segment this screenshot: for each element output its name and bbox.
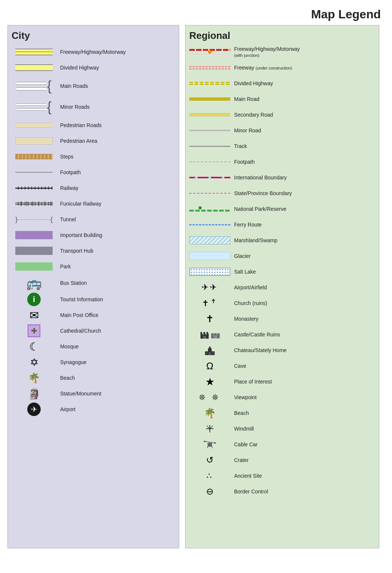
svg-rect-12 bbox=[214, 336, 217, 338]
transport-hub-label: Transport Hub bbox=[60, 248, 175, 254]
main-roads-symbol: { bbox=[12, 78, 56, 94]
list-item: ✈✈ Airport/Airfield bbox=[189, 281, 375, 294]
minor-roads-symbol: { bbox=[12, 99, 56, 115]
list-item: ↺ Crater bbox=[189, 453, 375, 467]
list-item: Footpath bbox=[189, 155, 375, 169]
reg-salt-lake-label: Salt Lake bbox=[234, 269, 375, 275]
transport-hub-symbol bbox=[12, 247, 56, 255]
reg-minor-road-symbol bbox=[189, 130, 230, 131]
svg-rect-4 bbox=[200, 332, 202, 334]
reg-poi-label: Place of Interest bbox=[234, 379, 375, 385]
svg-rect-17 bbox=[206, 352, 207, 354]
main-columns: City Freeway/Highway/Motorway Divided Hi… bbox=[7, 25, 385, 548]
list-item: National Park/Reserve bbox=[189, 202, 375, 216]
list-item: Freeway/Highway/Motorway bbox=[12, 45, 175, 59]
chateau-icon bbox=[204, 345, 215, 356]
railway-symbol bbox=[12, 186, 56, 190]
regional-section-title: Regional bbox=[189, 30, 375, 41]
reg-intl-boundary-symbol bbox=[189, 176, 230, 179]
reg-main-road-symbol bbox=[189, 98, 230, 101]
reg-track-label: Track bbox=[234, 143, 375, 149]
list-item: Divided Highway bbox=[189, 77, 375, 90]
beach-symbol: 🌴 bbox=[12, 372, 56, 384]
reg-monastery-label: Monastery bbox=[234, 316, 375, 322]
list-item: Divided Highway bbox=[12, 61, 175, 74]
reg-ferry-label: Ferry Route bbox=[234, 222, 375, 228]
reg-cable-car-symbol bbox=[189, 438, 230, 450]
cathedral-symbol: ✚ bbox=[12, 324, 56, 337]
beach-label: Beach bbox=[60, 375, 175, 381]
reg-crater-label: Crater bbox=[234, 457, 375, 463]
reg-salt-lake-symbol bbox=[189, 268, 230, 276]
steps-symbol bbox=[12, 154, 56, 159]
tourist-info-symbol: i bbox=[12, 293, 56, 306]
svg-rect-9 bbox=[211, 333, 214, 336]
ped-area-symbol bbox=[12, 137, 56, 145]
city-column: City Freeway/Highway/Motorway Divided Hi… bbox=[7, 25, 179, 548]
list-item: i Tourist Information bbox=[12, 293, 175, 306]
crescent-icon: ☾ bbox=[29, 340, 39, 353]
reg-border-symbol: ⊖ bbox=[189, 486, 230, 497]
reg-castle-symbol bbox=[189, 330, 230, 339]
statue-symbol: 🗿 bbox=[12, 388, 56, 400]
reg-church-symbol: ✝✝ bbox=[189, 298, 230, 308]
reg-glacier-label: Glacier bbox=[234, 253, 375, 259]
castle-icons bbox=[200, 330, 220, 339]
list-item: Park bbox=[12, 260, 175, 273]
list-item: Glacier bbox=[189, 249, 375, 263]
svg-point-32 bbox=[214, 442, 216, 444]
list-item: ∴ Ancient Site bbox=[189, 469, 375, 483]
beach-icon: 🌴 bbox=[28, 372, 40, 384]
svg-rect-14 bbox=[208, 349, 212, 352]
list-item: Freeway (under construction) bbox=[189, 61, 375, 74]
windmill-icon bbox=[205, 423, 215, 434]
footpath-label: Footpath bbox=[60, 169, 175, 175]
reg-freeway-label: Freeway/Highway/Motorway (with junction) bbox=[234, 46, 375, 58]
list-item: Track bbox=[189, 139, 375, 153]
reg-viewpoint-label: Viewpoint bbox=[234, 394, 375, 400]
reg-marshland-label: Marshland/Swamp bbox=[234, 237, 375, 243]
synagogue-symbol: ✡ bbox=[12, 356, 56, 369]
list-item: Secondary Road bbox=[189, 108, 375, 121]
reg-secondary-label: Secondary Road bbox=[234, 112, 375, 118]
reg-windmill-label: Windmill bbox=[234, 426, 375, 432]
list-item: Pedestrian Roads bbox=[12, 118, 175, 132]
list-item: Funicular Railway bbox=[12, 197, 175, 210]
freeway-label: Freeway/Highway/Motorway bbox=[60, 49, 175, 55]
airport-label: Airport bbox=[60, 406, 175, 412]
header: Map Legend bbox=[7, 7, 385, 21]
reg-marshland-symbol bbox=[189, 236, 230, 244]
list-item: ✉ Main Post Office bbox=[12, 308, 175, 322]
regional-column: Regional Freeway/Highway/Motorway (with … bbox=[185, 25, 379, 548]
omega-icon: Ω bbox=[206, 360, 213, 372]
reg-national-park-label: National Park/Reserve bbox=[234, 206, 375, 212]
reg-freeway-symbol bbox=[189, 47, 230, 56]
cathedral-label: Cathedral/Church bbox=[60, 328, 175, 334]
list-item: Freeway/Highway/Motorway (with junction) bbox=[189, 45, 375, 59]
reg-footpath-label: Footpath bbox=[234, 159, 375, 165]
funicular-symbol bbox=[12, 201, 56, 206]
list-item: Important Building bbox=[12, 228, 175, 242]
reg-ferry-symbol bbox=[189, 224, 230, 225]
park-symbol bbox=[12, 262, 56, 271]
railway-label: Railway bbox=[60, 185, 175, 191]
list-item: Salt Lake bbox=[189, 265, 375, 278]
reg-beach-icon: 🌴 bbox=[204, 407, 216, 419]
list-item: 🌴 Beach bbox=[189, 406, 375, 420]
reg-viewpoint-symbol: ❊ ❊ bbox=[189, 393, 230, 402]
svg-rect-6 bbox=[206, 332, 208, 334]
reg-footpath-symbol bbox=[189, 161, 230, 162]
list-item: Pedestrian Area bbox=[12, 134, 175, 148]
reg-divided-symbol bbox=[189, 82, 230, 85]
list-item: Marshland/Swamp bbox=[189, 234, 375, 247]
envelope-icon: ✉ bbox=[29, 309, 39, 322]
reg-freeway-uc-symbol bbox=[189, 66, 230, 70]
reg-cable-car-label: Cable Car bbox=[234, 441, 375, 447]
list-item: ★ Place of Interest bbox=[189, 375, 375, 388]
svg-rect-18 bbox=[212, 352, 214, 354]
star-of-david-icon: ✡ bbox=[30, 356, 38, 369]
list-item: Windmill bbox=[189, 422, 375, 435]
list-item: Ω Cave bbox=[189, 359, 375, 373]
cross-ruins-icons: ✝✝ bbox=[202, 298, 218, 308]
cable-car-icon bbox=[204, 438, 216, 450]
